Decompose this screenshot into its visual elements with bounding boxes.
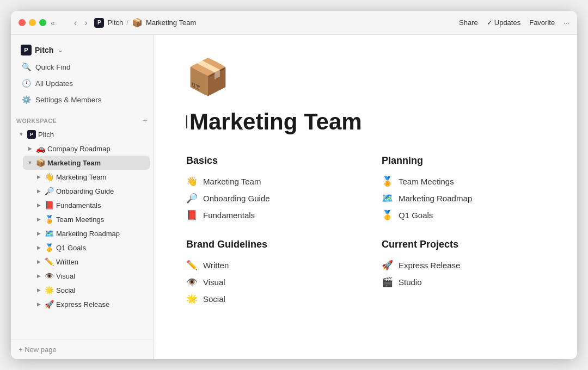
sidebar-item-fundamentals[interactable]: ▶ 📕 Fundamentals [32,198,150,212]
sidebar-item-quick-find[interactable]: 🔍 Quick Find [16,59,148,75]
section-planning: Planning 🏅 Team Meetings 🗺️ Marketing Ro… [382,155,544,224]
close-button[interactable] [19,19,26,26]
sidebar-item-marketing-roadmap[interactable]: ▶ 🗺️ Marketing Roadmap [32,226,150,240]
forward-button[interactable]: › [82,17,90,29]
fundamentals-item-label: Fundamentals [203,211,255,220]
sidebar-collapse-button[interactable]: « [51,18,55,27]
visual-item-label: Visual [203,278,225,287]
titlebar-actions: Share ✓ Updates Favorite ··· [459,18,569,27]
maximize-button[interactable] [39,19,46,26]
breadcrumb: P Pitch / 📦 Marketing Team [94,17,455,28]
section-brand-guidelines-title: Brand Guidelines [186,239,349,250]
updates-button[interactable]: ✓ Updates [487,18,520,27]
section-basics: Basics 👋 Marketing Team 🔎 Onboarding Gui… [186,155,349,224]
settings-label: Settings & Members [35,96,102,104]
list-item[interactable]: 🥇 Q1 Goals [382,207,544,224]
list-item[interactable]: 🔎 Onboarding Guide [186,190,349,207]
list-item[interactable]: 👁️ Visual [186,274,349,291]
sidebar-item-marketing-team[interactable]: ▼ 📦 Marketing Team [23,156,150,170]
sidebar-item-express-release[interactable]: ▶ 🚀 Express Release [32,297,150,311]
social-toggle-icon: ▶ [35,286,42,294]
sidebar-item-q1-goals[interactable]: ▶ 🥇 Q1 Goals [32,240,150,255]
pitch-toggle-icon: ▼ [17,131,25,138]
written-item-label: Written [203,261,229,270]
q1-goals-label: Q1 Goals [56,244,146,252]
sidebar-item-company-roadmap[interactable]: ▶ 🚗 Company Roadmap [23,141,150,156]
traffic-lights [19,19,46,26]
sidebar-item-onboarding-guide[interactable]: ▶ 🔎 Onboarding Guide [32,184,150,198]
sidebar-item-settings[interactable]: ⚙️ Settings & Members [16,91,148,108]
q1-goals-item-label: Q1 Goals [399,211,433,220]
gear-icon: ⚙️ [22,95,31,104]
studio-item-icon: 🎬 [382,276,393,288]
minimize-button[interactable] [29,19,36,26]
sidebar-item-marketing-team-sub[interactable]: ▶ 👋 Marketing Team [32,170,150,184]
express-release-toggle-icon: ▶ [35,300,42,308]
pitch-label: Pitch [38,131,146,139]
page-emoji-icon: 📦 [186,57,544,97]
list-item[interactable]: 🚀 Express Release [382,257,544,274]
workspace-add-button[interactable]: + [143,116,148,125]
visual-toggle-icon: ▶ [35,272,42,280]
sidebar-item-pitch[interactable]: ▼ P Pitch [14,127,150,141]
more-options-button[interactable]: ··· [564,18,569,27]
section-basics-title: Basics [186,155,349,166]
onboarding-item-label: Onboarding Guide [203,194,270,203]
sidebar-app-title[interactable]: P Pitch ⌄ [16,41,148,59]
list-item[interactable]: ✏️ Written [186,257,349,274]
team-meetings-toggle-icon: ▶ [35,215,42,223]
list-item[interactable]: 🎬 Studio [382,274,544,291]
team-meetings-label: Team Meetings [56,215,146,224]
breadcrumb-page-name[interactable]: Marketing Team [146,18,196,27]
mt-sub-label: Marketing Team [56,173,146,181]
sidebar-item-all-updates[interactable]: 🕐 All Updates [16,75,148,91]
mt-sub-toggle-icon: ▶ [35,173,42,181]
list-item[interactable]: 🏅 Team Meetings [382,173,544,190]
marketing-roadmap-toggle-icon: ▶ [35,230,42,237]
app-window: « ‹ › P Pitch / 📦 Marketing Team Share ✓… [11,11,577,359]
sidebar-item-visual[interactable]: ▶ 👁️ Visual [32,269,150,283]
q1-goals-item-icon: 🥇 [382,209,393,221]
main-layout: P Pitch ⌄ 🔍 Quick Find 🕐 All Updates ⚙️ … [11,35,577,359]
list-item[interactable]: 📕 Fundamentals [186,207,349,224]
section-planning-title: Planning [382,155,544,166]
list-item[interactable]: 👋 Marketing Team [186,173,349,190]
team-meetings-item-icon: 🏅 [382,176,393,187]
marketing-team-toggle-icon: ▼ [26,159,34,166]
back-button[interactable]: ‹ [71,17,79,29]
sidebar-item-written[interactable]: ▶ ✏️ Written [32,255,150,269]
visual-icon: 👁️ [45,272,54,280]
onboarding-label: Onboarding Guide [56,187,146,195]
sidebar-caret-icon: ⌄ [58,47,63,54]
social-label: Social [56,286,146,294]
visual-label: Visual [56,272,146,280]
team-meetings-item-label: Team Meetings [399,177,454,186]
section-current-projects-title: Current Projects [382,239,544,250]
sidebar-item-team-meetings[interactable]: ▶ 🏅 Team Meetings [32,212,150,226]
written-item-icon: ✏️ [186,260,198,271]
marketing-team-item-icon: 👋 [186,176,198,187]
social-item-label: Social [203,294,225,304]
favorite-button[interactable]: Favorite [529,18,555,27]
breadcrumb-app-name[interactable]: Pitch [107,18,123,27]
marketing-roadmap-item-label: Marketing Roadmap [399,194,472,203]
marketing-roadmap-item-icon: 🗺️ [382,193,393,204]
list-item[interactable]: 🗺️ Marketing Roadmap [382,190,544,207]
all-updates-label: All Updates [35,79,73,88]
sidebar-footer: + New page [11,340,153,359]
q1-goals-icon: 🥇 [45,243,54,252]
search-icon: 🔍 [22,63,31,71]
q1-goals-toggle-icon: ▶ [35,244,42,251]
mt-sub-icon: 👋 [45,172,54,181]
new-page-button[interactable]: + New page [19,346,57,354]
onboarding-toggle-icon: ▶ [35,187,42,195]
onboarding-item-icon: 🔎 [186,193,198,204]
sidebar-item-social[interactable]: ▶ 🌟 Social [32,283,150,297]
list-item[interactable]: 🌟 Social [186,291,349,307]
page-title[interactable]: Marketing Team [189,108,362,135]
written-toggle-icon: ▶ [35,258,42,266]
express-release-label: Express Release [56,300,146,309]
clock-icon: 🕐 [22,79,31,88]
team-meetings-icon: 🏅 [45,215,54,224]
share-button[interactable]: Share [459,18,478,27]
